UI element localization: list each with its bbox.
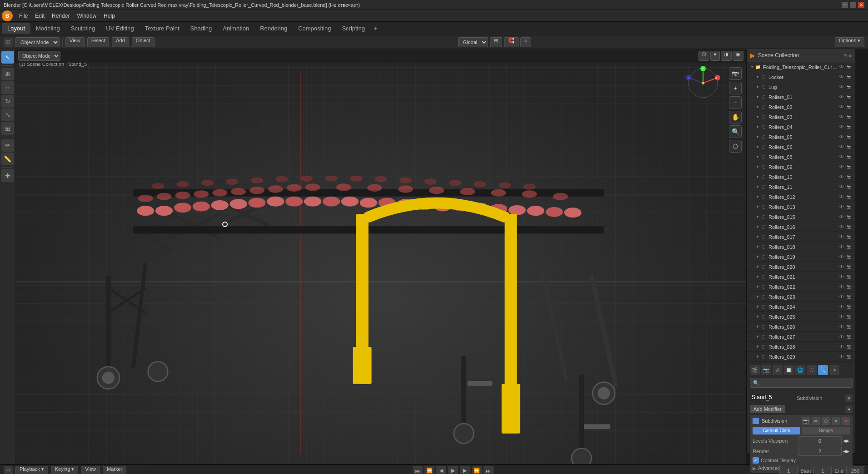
render-icon[interactable]: 📷 xyxy=(845,153,853,161)
render-icon[interactable]: 📷 xyxy=(845,273,853,281)
item-rollers-028[interactable]: ▼ ⬡ Rollers_028 👁 📷 xyxy=(747,342,855,352)
tab-scripting[interactable]: Scripting xyxy=(336,23,370,34)
render-level-stepper[interactable]: ◀▶ xyxy=(843,447,850,456)
render-icon[interactable]: 📷 xyxy=(845,173,853,181)
select-menu[interactable]: Select xyxy=(87,37,110,47)
eye-icon[interactable]: 👁 xyxy=(838,243,845,251)
item-rollers-021[interactable]: ▼ ⬡ Rollers_021 👁 📷 xyxy=(747,272,855,282)
view-menu[interactable]: View xyxy=(65,37,85,47)
eye-icon[interactable]: 👁 xyxy=(838,84,845,91)
levels-vp-stepper[interactable]: ◀▶ xyxy=(843,436,850,445)
options-button[interactable]: Options ▾ xyxy=(835,37,864,47)
item-rollers-020[interactable]: ▼ ⬡ Rollers_020 👁 📷 xyxy=(747,262,855,272)
render-icon[interactable]: 📷 xyxy=(845,213,853,221)
pan-btn[interactable]: ✋ xyxy=(729,111,742,123)
eye-icon[interactable]: 👁 xyxy=(838,283,845,291)
start-frame-display[interactable]: 1 xyxy=(813,466,832,474)
item-rollers-012[interactable]: ▼ ⬡ Rollers_012 👁 📷 xyxy=(747,192,855,202)
current-frame-display[interactable]: 1 xyxy=(779,466,798,474)
scene-prop-icon[interactable]: 🎬 xyxy=(750,365,760,375)
modifier-delete-icon[interactable]: ✕ xyxy=(842,417,850,425)
playback-menu[interactable]: Playback ▾ xyxy=(15,466,48,474)
object-prop-icon[interactable]: ⬡ xyxy=(807,365,817,375)
eye-icon[interactable]: 👁 xyxy=(838,153,845,161)
eye-icon[interactable]: 👁 xyxy=(838,223,845,231)
object-menu[interactable]: Object xyxy=(132,37,155,47)
render-icon[interactable]: 📷 xyxy=(845,343,853,351)
simple-btn[interactable]: Simple xyxy=(802,427,850,434)
tab-uv-editing[interactable]: UV Editing xyxy=(100,23,139,34)
view-timeline-menu[interactable]: View xyxy=(81,466,100,474)
render-icon[interactable]: 📷 xyxy=(845,163,853,171)
item-rollers-024[interactable]: ▼ ⬡ Rollers_024 👁 📷 xyxy=(747,302,855,312)
catmull-clark-btn[interactable]: Catmull-Clark xyxy=(753,427,800,434)
next-frame-btn[interactable]: ⏩ xyxy=(472,466,482,474)
tab-layout[interactable]: Layout xyxy=(2,23,30,34)
item-rollers-09[interactable]: ▼ ⬡ Rollers_09 👁 📷 xyxy=(747,162,855,172)
snap-button[interactable]: 🧲 xyxy=(504,37,519,47)
render-icon[interactable]: 📷 xyxy=(845,104,853,111)
add-modifier-button[interactable]: Add Modifier xyxy=(750,405,785,413)
collection-item-main[interactable]: ▼ 📁 Folding_Telescopic_Roller_Curved_Red… xyxy=(747,62,855,72)
item-rollers-05[interactable]: ▼ ⬡ Rollers_05 👁 📷 xyxy=(747,132,855,142)
tool-cursor[interactable]: ⊕ xyxy=(1,68,14,80)
tab-animation[interactable]: Animation xyxy=(217,23,254,34)
axes-widget[interactable]: X Y Z xyxy=(685,65,721,101)
wireframe-btn[interactable]: ⬡ xyxy=(698,51,709,61)
prev-frame-btn[interactable]: ⏪ xyxy=(424,466,434,474)
play-btn[interactable]: ▶ xyxy=(448,466,458,474)
item-rollers-02[interactable]: ▼ ⬡ Rollers_02 👁 📷 xyxy=(747,102,855,112)
view-layer-icon[interactable]: 🔲 xyxy=(784,365,794,375)
eye-icon[interactable]: 👁 xyxy=(838,74,845,81)
render-icon[interactable]: 📷 xyxy=(845,293,853,301)
render-prop-icon[interactable]: 📷 xyxy=(761,365,771,375)
close-prop-btn[interactable]: ✕ xyxy=(845,395,853,402)
render-icon-main[interactable]: 📷 xyxy=(845,64,853,71)
item-rollers-027[interactable]: ▼ ⬡ Rollers_027 👁 📷 xyxy=(747,332,855,342)
zoom-out-btn[interactable]: − xyxy=(729,96,742,109)
add-tab-button[interactable]: + xyxy=(370,24,381,34)
optimal-display-checkbox[interactable]: ✓ xyxy=(753,457,759,464)
optimal-display-checkbox-group[interactable]: ✓ Optimal Display xyxy=(753,457,796,464)
render-icon[interactable]: 📷 xyxy=(845,84,853,91)
end-frame-display[interactable]: 250 xyxy=(846,466,864,474)
tab-texture-paint[interactable]: Texture Paint xyxy=(140,23,185,34)
eye-icon[interactable]: 👁 xyxy=(838,143,845,151)
item-locker[interactable]: ▼ ⬡ Locker 👁 📷 xyxy=(747,72,855,82)
global-transform-select[interactable]: Global xyxy=(458,37,488,47)
close-button[interactable]: ✕ xyxy=(858,2,864,8)
modifier-apply-icon[interactable]: ▾ xyxy=(832,417,840,425)
eye-icon[interactable]: 👁 xyxy=(838,203,845,211)
render-icon[interactable]: 📷 xyxy=(845,133,853,141)
eye-icon[interactable]: 👁 xyxy=(838,353,845,360)
tool-rotate[interactable]: ↻ xyxy=(1,95,14,108)
transform-pivot[interactable]: ⊞ xyxy=(490,37,502,47)
render-icon[interactable]: 📷 xyxy=(845,74,853,81)
proportional-edit[interactable]: ○ xyxy=(520,37,532,47)
modifier-options-btn[interactable]: ▾ xyxy=(845,405,853,413)
item-rollers-08[interactable]: ▼ ⬡ Rollers_08 👁 📷 xyxy=(747,152,855,162)
viewport-shading-mode[interactable]: Object Mode xyxy=(18,51,60,61)
search-vp-btn[interactable]: 🔍 xyxy=(729,125,742,138)
world-prop-icon[interactable]: 🌐 xyxy=(795,365,805,375)
render-icon[interactable]: 📷 xyxy=(845,243,853,251)
render-icon[interactable]: 📷 xyxy=(845,183,853,191)
render-icon[interactable]: 📷 xyxy=(845,94,853,101)
eye-icon[interactable]: 👁 xyxy=(838,293,845,301)
render-icon[interactable]: 📷 xyxy=(845,193,853,201)
render-icon[interactable]: 📷 xyxy=(845,123,853,131)
solid-btn[interactable]: ● xyxy=(710,51,720,61)
viewport[interactable]: Object Mode ⬡ ● ◑ ◉ User Perspective (1)… xyxy=(15,49,746,464)
eye-icon[interactable]: 👁 xyxy=(838,163,845,171)
tool-scale[interactable]: ⤡ xyxy=(1,109,14,121)
eye-icon[interactable]: 👁 xyxy=(838,133,845,141)
item-rollers-11[interactable]: ▼ ⬡ Rollers_11 👁 📷 xyxy=(747,182,855,192)
object-mode-select[interactable]: Object Mode xyxy=(15,37,60,47)
item-rollers-10[interactable]: ▼ ⬡ Rollers_10 👁 📷 xyxy=(747,172,855,182)
item-rollers-03[interactable]: ▼ ⬡ Rollers_03 👁 📷 xyxy=(747,112,855,122)
tool-transform[interactable]: ⊞ xyxy=(1,122,14,135)
eye-icon[interactable]: 👁 xyxy=(838,94,845,101)
render-icon[interactable]: 📷 xyxy=(845,233,853,241)
tool-select[interactable]: ↖ xyxy=(1,51,14,64)
menu-file[interactable]: File xyxy=(15,12,31,20)
